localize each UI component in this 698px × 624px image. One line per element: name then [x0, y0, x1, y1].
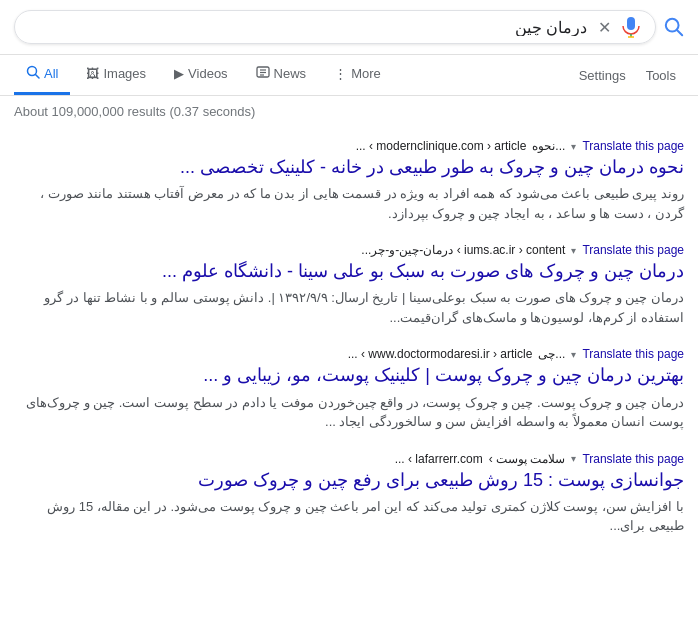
- dropdown-arrow-icon[interactable]: ▾: [571, 141, 576, 152]
- tab-all-label: All: [44, 66, 58, 81]
- tab-images[interactable]: 🖼 Images: [74, 56, 158, 94]
- result-item: Translate this page ▾ ...چی www.doctormo…: [14, 335, 684, 439]
- svg-rect-0: [627, 17, 635, 30]
- search-submit-icon[interactable]: [664, 17, 684, 37]
- result-item: Translate this page ▾ سلامت پوست › lafar…: [14, 440, 684, 544]
- search-bar: ✕: [0, 0, 698, 55]
- result-url: modernclinique.com › article › ...: [356, 139, 527, 153]
- result-breadcrumb: ...نحوه: [532, 139, 565, 153]
- result-breadcrumb: ...چی: [538, 347, 565, 361]
- results-container: Translate this page ▾ ...نحوه modernclin…: [0, 123, 698, 548]
- mic-icon[interactable]: [621, 17, 641, 37]
- svg-line-2: [677, 30, 682, 35]
- result-title[interactable]: بهترین درمان چین و چروک پوست | کلینیک پو…: [14, 363, 684, 388]
- result-url-line: Translate this page ▾ سلامت پوست › lafar…: [14, 452, 684, 466]
- search-input-wrapper: ✕: [14, 10, 656, 44]
- result-item: Translate this page ▾ iums.ac.ir › conte…: [14, 231, 684, 335]
- tab-more[interactable]: ⋮ More: [322, 56, 393, 94]
- svg-line-4: [36, 75, 40, 79]
- nav-tabs: All 🖼 Images ▶ Videos News ⋮ More Settin…: [0, 55, 698, 96]
- result-snippet: درمان چین و چروک های صورت به سبک بوعلی‌س…: [14, 288, 684, 327]
- result-snippet: درمان چین و چروک پوست. چین و چروک پوست، …: [14, 393, 684, 432]
- tab-news-label: News: [274, 66, 307, 81]
- translate-link[interactable]: Translate this page: [582, 452, 684, 466]
- result-item: Translate this page ▾ ...نحوه modernclin…: [14, 127, 684, 231]
- result-snippet: با افزایش سن، پوست کلاژن کمتری تولید می‌…: [14, 497, 684, 536]
- translate-link[interactable]: Translate this page: [582, 243, 684, 257]
- result-snippet: روند پیری طبیعی باعث می‌شود که همه افراد…: [14, 184, 684, 223]
- translate-link[interactable]: Translate this page: [582, 347, 684, 361]
- result-title[interactable]: جوانسازی پوست : 15 روش طبیعی برای رفع چی…: [14, 468, 684, 493]
- result-url-line: Translate this page ▾ ...نحوه modernclin…: [14, 139, 684, 153]
- result-title[interactable]: درمان چین و چروک های صورت به سبک بو علی …: [14, 259, 684, 284]
- tab-more-label: More: [351, 66, 381, 81]
- result-url: www.doctormodaresi.ir › article › ...: [348, 347, 533, 361]
- result-url: iums.ac.ir › content › درمان-چین-و-چر...: [361, 243, 565, 257]
- tab-videos-label: Videos: [188, 66, 228, 81]
- result-title[interactable]: نحوه درمان چین و چروک به طور طبیعی در خا…: [14, 155, 684, 180]
- tab-news[interactable]: News: [244, 55, 319, 95]
- result-url: lafarrerr.com › ...: [395, 452, 483, 466]
- tab-all[interactable]: All: [14, 55, 70, 95]
- translate-link[interactable]: Translate this page: [582, 139, 684, 153]
- dropdown-arrow-icon[interactable]: ▾: [571, 245, 576, 256]
- tab-videos[interactable]: ▶ Videos: [162, 56, 240, 94]
- result-url-line: Translate this page ▾ ...چی www.doctormo…: [14, 347, 684, 361]
- more-icon: ⋮: [334, 66, 347, 81]
- news-icon: [256, 65, 270, 82]
- results-info: About 109,000,000 results (0.37 seconds): [0, 96, 698, 123]
- result-url-line: Translate this page ▾ iums.ac.ir › conte…: [14, 243, 684, 257]
- search-input[interactable]: [29, 18, 587, 36]
- dropdown-arrow-icon[interactable]: ▾: [571, 453, 576, 464]
- clear-icon[interactable]: ✕: [595, 18, 613, 36]
- result-breadcrumb: سلامت پوست ›: [489, 452, 566, 466]
- videos-icon: ▶: [174, 66, 184, 81]
- all-icon: [26, 65, 40, 82]
- tab-images-label: Images: [103, 66, 146, 81]
- tools-link[interactable]: Tools: [638, 58, 684, 93]
- dropdown-arrow-icon[interactable]: ▾: [571, 349, 576, 360]
- settings-link[interactable]: Settings: [571, 58, 634, 93]
- images-icon: 🖼: [86, 66, 99, 81]
